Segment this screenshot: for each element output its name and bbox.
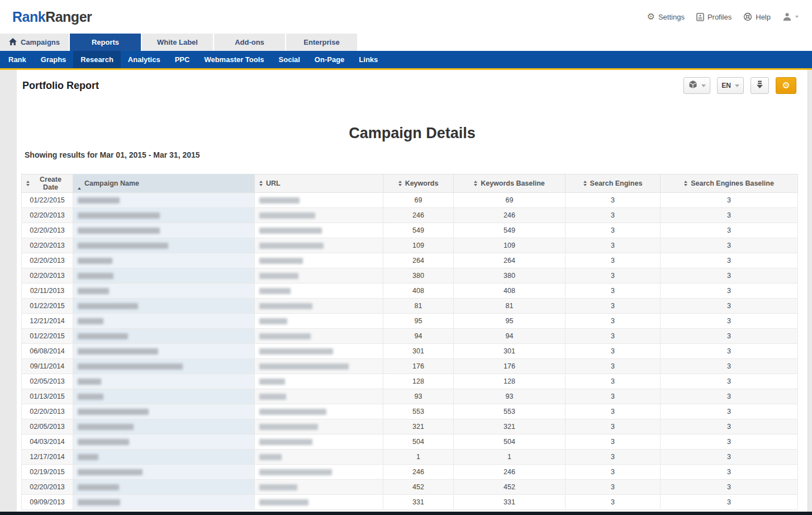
- subnav-item-research[interactable]: Research: [73, 51, 121, 68]
- redacted-campaign-name: [78, 243, 168, 249]
- caret-down-icon: [701, 84, 706, 87]
- redacted-url: [259, 439, 312, 445]
- column-header-campaign-name[interactable]: Campaign Name: [73, 174, 255, 193]
- keywords-baseline-cell: 549: [454, 223, 566, 238]
- search-engines-cell: 3: [566, 389, 661, 404]
- search-engines-baseline-cell: 3: [661, 359, 798, 374]
- subnav-item-ppc[interactable]: PPC: [168, 51, 197, 68]
- subnav-item-social[interactable]: Social: [272, 51, 307, 68]
- content-area: Portfolio Report EN ⚙ Campaign Detai: [17, 70, 808, 512]
- keywords-cell: 553: [383, 404, 454, 419]
- settings-gear-icon: ⚙: [782, 81, 790, 90]
- redacted-url: [259, 333, 311, 339]
- page-title: Portfolio Report: [22, 77, 99, 92]
- column-header-keywords[interactable]: Keywords: [383, 174, 454, 193]
- redacted-campaign-name: [78, 499, 120, 505]
- column-header-search-engines[interactable]: Search Engines: [566, 174, 661, 193]
- keywords-baseline-cell: 246: [454, 465, 566, 480]
- campaign-name-cell: [73, 193, 255, 208]
- redacted-url: [259, 273, 298, 279]
- subnav-item-rank[interactable]: Rank: [1, 51, 34, 68]
- redacted-url: [259, 469, 332, 475]
- subnav-item-label: Research: [80, 55, 113, 64]
- redacted-url: [259, 409, 326, 415]
- create-date-cell: 01/22/2015: [22, 329, 73, 344]
- redacted-campaign-name: [78, 394, 103, 400]
- table-row: 02/20/2013 109 109 3 3: [22, 238, 798, 253]
- download-button[interactable]: [751, 77, 769, 94]
- column-header-create-date[interactable]: Create Date: [22, 174, 73, 193]
- create-date-cell: 09/11/2014: [22, 359, 73, 374]
- main-nav-tabs: Campaigns Reports White Label Add-ons En…: [0, 34, 812, 51]
- search-engines-baseline-cell: 3: [661, 238, 798, 253]
- tab-reports[interactable]: Reports: [70, 34, 141, 51]
- url-cell: [255, 450, 383, 465]
- subnav-item-analytics[interactable]: Analytics: [121, 51, 168, 68]
- redacted-campaign-name: [78, 424, 134, 430]
- search-engines-baseline-cell: 3: [661, 404, 798, 419]
- subnav-item-webmaster-tools[interactable]: Webmaster Tools: [197, 51, 271, 68]
- column-header-keywords-baseline[interactable]: Keywords Baseline: [454, 174, 566, 193]
- tab-white-label[interactable]: White Label: [142, 34, 213, 51]
- redacted-url: [259, 394, 286, 400]
- redacted-campaign-name: [78, 439, 129, 445]
- header-utilities: ⚙ Settings Profiles Help: [647, 12, 799, 21]
- create-date-cell: 02/20/2013: [22, 238, 73, 253]
- subnav-item-graphs[interactable]: Graphs: [34, 51, 74, 68]
- redacted-url: [259, 499, 308, 505]
- profile-card-icon: [696, 13, 704, 21]
- tab-campaigns[interactable]: Campaigns: [0, 34, 69, 51]
- url-cell: [255, 329, 383, 344]
- report-settings-button[interactable]: ⚙: [776, 77, 796, 94]
- help-label: Help: [756, 13, 771, 21]
- rankranger-logo[interactable]: RankRanger: [12, 9, 92, 25]
- keywords-baseline-cell: 81: [454, 299, 566, 314]
- user-menu[interactable]: [782, 12, 799, 21]
- redacted-campaign-name: [78, 258, 112, 264]
- search-engines-cell: 3: [566, 359, 661, 374]
- search-engines-baseline-cell: 3: [661, 329, 798, 344]
- campaign-name-cell: [73, 329, 255, 344]
- column-header-url[interactable]: URL: [255, 174, 383, 193]
- redacted-url: [259, 363, 349, 370]
- campaign-name-cell: [73, 208, 255, 223]
- keywords-cell: 95: [383, 314, 454, 329]
- campaign-name-cell: [73, 344, 255, 359]
- keywords-cell: 246: [383, 208, 454, 223]
- create-date-cell: 12/17/2014: [22, 450, 73, 465]
- create-date-cell: 06/08/2014: [22, 344, 73, 359]
- redacted-url: [259, 197, 300, 204]
- language-button[interactable]: EN: [717, 77, 744, 94]
- campaign-name-cell: [73, 404, 255, 419]
- report-type-button[interactable]: [683, 77, 710, 94]
- tab-label: White Label: [157, 38, 198, 46]
- column-header-search-engines-baseline[interactable]: Search Engines Baseline: [661, 174, 798, 193]
- subnav-item-links[interactable]: Links: [352, 51, 385, 68]
- keywords-baseline-cell: 1: [454, 450, 566, 465]
- redacted-campaign-name: [78, 212, 160, 219]
- logo-rank: Rank: [12, 9, 45, 25]
- campaign-name-cell: [73, 495, 255, 510]
- url-cell: [255, 495, 383, 510]
- tab-add-ons[interactable]: Add-ons: [214, 34, 285, 51]
- download-icon: [756, 81, 764, 91]
- profiles-menu-item[interactable]: Profiles: [696, 13, 732, 21]
- url-cell: [255, 284, 383, 299]
- campaign-name-cell: [73, 253, 255, 268]
- help-menu-item[interactable]: Help: [743, 12, 771, 21]
- settings-menu-item[interactable]: ⚙ Settings: [647, 12, 685, 21]
- keywords-cell: 321: [383, 419, 454, 434]
- create-date-cell: 02/20/2013: [22, 404, 73, 419]
- url-cell: [255, 253, 383, 268]
- search-engines-cell: 3: [566, 238, 661, 253]
- tab-enterprise[interactable]: Enterprise: [286, 34, 357, 51]
- subnav-item-label: Links: [359, 55, 378, 64]
- subnav-item-label: On-Page: [315, 55, 344, 64]
- table-row: 09/09/2013 331 331 3 3: [22, 495, 798, 510]
- create-date-cell: 01/22/2015: [22, 193, 73, 208]
- table-row: 02/20/2013 452 452 3 3: [22, 480, 798, 495]
- table-row: 02/05/2013 128 128 3 3: [22, 374, 798, 389]
- subnav-item-on-page[interactable]: On-Page: [307, 51, 352, 68]
- campaign-name-cell: [73, 359, 255, 374]
- campaign-details-table: Create Date Campaign Name URL Keywords K…: [21, 174, 798, 510]
